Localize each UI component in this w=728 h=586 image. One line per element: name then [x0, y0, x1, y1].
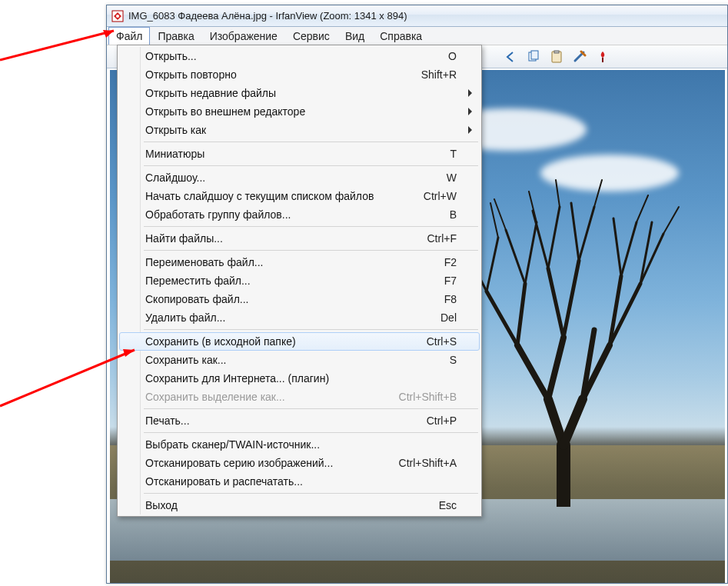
titlebar[interactable]: IMG_6083 Фадеева Алёна.jpg - IrfanView (… — [107, 5, 727, 27]
menu-item[interactable]: Открыть повторноShift+R — [119, 65, 480, 84]
menu-item[interactable]: Сохранить как...S — [119, 351, 480, 369]
menu-item-label: Удалить файл... — [145, 311, 440, 324]
menu-item-label: Открыть во внешнем редакторе — [145, 105, 457, 118]
file-menu-dropdown: Открыть...OОткрыть повторноShift+RОткрыт… — [117, 45, 482, 517]
toolbar-settings-button[interactable] — [570, 48, 589, 66]
menu-item[interactable]: Выбрать сканер/TWAIN-источник... — [119, 435, 480, 454]
menubar: Файл Правка Изображение Сервис Вид Справ… — [107, 27, 727, 45]
menu-item-shortcut: Ctrl+Shift+B — [399, 391, 457, 403]
menu-image[interactable]: Изображение — [202, 27, 285, 45]
menu-item-shortcut: Ctrl+S — [427, 335, 457, 348]
menu-item-shortcut: O — [448, 50, 457, 62]
menu-help[interactable]: Справка — [372, 27, 430, 45]
menu-separator — [144, 493, 478, 494]
window-title: IMG_6083 Фадеева Алёна.jpg - IrfanView (… — [128, 10, 407, 22]
menu-item-shortcut: Del — [440, 311, 457, 324]
menu-item[interactable]: Печать...Ctrl+P — [119, 411, 480, 430]
menu-item[interactable]: Открыть недавние файлы — [119, 84, 480, 102]
menu-item-shortcut: W — [447, 171, 457, 184]
menu-item[interactable]: Удалить файл...Del — [119, 308, 480, 327]
menu-item-shortcut: Ctrl+F — [427, 232, 457, 245]
menu-item-shortcut: Ctrl+Shift+A — [399, 457, 457, 469]
menu-item-shortcut: F2 — [444, 256, 457, 268]
menu-item[interactable]: Начать слайдшоу с текущим списком файлов… — [119, 187, 480, 205]
menu-item-label: Переместить файл... — [145, 275, 444, 287]
menu-item-shortcut: T — [450, 148, 457, 160]
menu-item: Сохранить выделение как...Ctrl+Shift+B — [119, 388, 480, 406]
menu-item-shortcut: F7 — [444, 275, 457, 287]
menu-item-label: Сохранить (в исходной папке) — [145, 335, 427, 348]
menu-separator — [144, 408, 478, 409]
svg-rect-7 — [531, 51, 538, 59]
svg-point-5 — [116, 15, 119, 18]
menu-separator — [144, 142, 478, 142]
toolbar-pin-button[interactable] — [593, 48, 612, 66]
menu-service[interactable]: Сервис — [285, 27, 337, 45]
menu-item-label: Отсканировать и распечатать... — [145, 475, 457, 488]
toolbar-prev-button[interactable] — [501, 48, 520, 66]
menu-item-label: Сохранить для Интернета... (плагин) — [145, 372, 457, 385]
menu-item-label: Сохранить как... — [145, 354, 450, 366]
menu-item[interactable]: Сохранить для Интернета... (плагин) — [119, 369, 480, 388]
menu-item-shortcut: S — [450, 354, 457, 366]
menu-item-shortcut: Shift+R — [421, 68, 457, 81]
app-icon — [111, 10, 124, 22]
menu-file[interactable]: Файл — [108, 27, 150, 45]
menu-item[interactable]: Скопировать файл...F8 — [119, 290, 480, 308]
menu-item[interactable]: Переместить файл...F7 — [119, 271, 480, 290]
menu-item-label: Найти файлы... — [145, 232, 427, 245]
menu-item[interactable]: Отсканировать и распечатать... — [119, 472, 480, 491]
menu-item-label: Переименовать файл... — [145, 256, 444, 268]
menu-separator — [144, 432, 478, 433]
menu-item[interactable]: ВыходEsc — [119, 496, 480, 514]
menu-item[interactable]: Слайдшоу...W — [119, 168, 480, 187]
submenu-arrow-icon — [468, 126, 472, 134]
menu-item-label: Печать... — [145, 415, 427, 427]
menu-item-label: Миниатюры — [145, 148, 450, 160]
menu-item-label: Открыть повторно — [145, 68, 421, 81]
svg-line-0 — [0, 31, 114, 60]
menu-item[interactable]: Сохранить (в исходной папке)Ctrl+S — [119, 332, 480, 351]
menu-item-label: Открыть недавние файлы — [145, 87, 457, 99]
menu-item[interactable]: Обработать группу файлов...B — [119, 205, 480, 224]
menu-item[interactable]: Переименовать файл...F2 — [119, 253, 480, 271]
menu-item-label: Скопировать файл... — [145, 293, 444, 305]
svg-rect-9 — [554, 51, 559, 53]
toolbar-copy-button[interactable] — [524, 48, 543, 66]
menu-view[interactable]: Вид — [337, 27, 372, 45]
menu-item[interactable]: Открыть...O — [119, 47, 480, 65]
submenu-arrow-icon — [468, 89, 472, 97]
menu-item-label: Выход — [145, 499, 439, 511]
menu-separator — [144, 329, 478, 330]
menu-item-label: Выбрать сканер/TWAIN-источник... — [145, 438, 457, 451]
menu-item-shortcut: Ctrl+P — [427, 415, 457, 427]
toolbar-paste-button[interactable] — [547, 48, 566, 66]
menu-item[interactable]: Найти файлы...Ctrl+F — [119, 229, 480, 248]
menu-item[interactable]: МиниатюрыT — [119, 145, 480, 163]
menu-item-shortcut: Ctrl+W — [424, 190, 457, 202]
menu-separator — [144, 250, 478, 251]
menu-item[interactable]: Открыть во внешнем редакторе — [119, 102, 480, 121]
menu-item-label: Слайдшоу... — [145, 171, 447, 184]
menu-item-label: Сохранить выделение как... — [145, 391, 399, 403]
menu-item-shortcut: B — [450, 208, 457, 221]
menu-item-label: Обработать группу файлов... — [145, 208, 450, 221]
menu-item-label: Открыть... — [145, 50, 448, 62]
menu-separator — [144, 165, 478, 166]
menu-item-shortcut: F8 — [444, 293, 457, 305]
submenu-arrow-icon — [468, 108, 472, 115]
menu-item-label: Начать слайдшоу с текущим списком файлов — [145, 190, 424, 202]
menu-item-label: Открыть как — [145, 124, 457, 136]
menu-item-label: Отсканировать серию изображений... — [145, 457, 399, 469]
menu-item[interactable]: Открыть как — [119, 121, 480, 139]
menu-edit[interactable]: Правка — [150, 27, 201, 45]
menu-item-shortcut: Esc — [439, 499, 457, 511]
menu-item[interactable]: Отсканировать серию изображений...Ctrl+S… — [119, 454, 480, 472]
menu-separator — [144, 226, 478, 227]
